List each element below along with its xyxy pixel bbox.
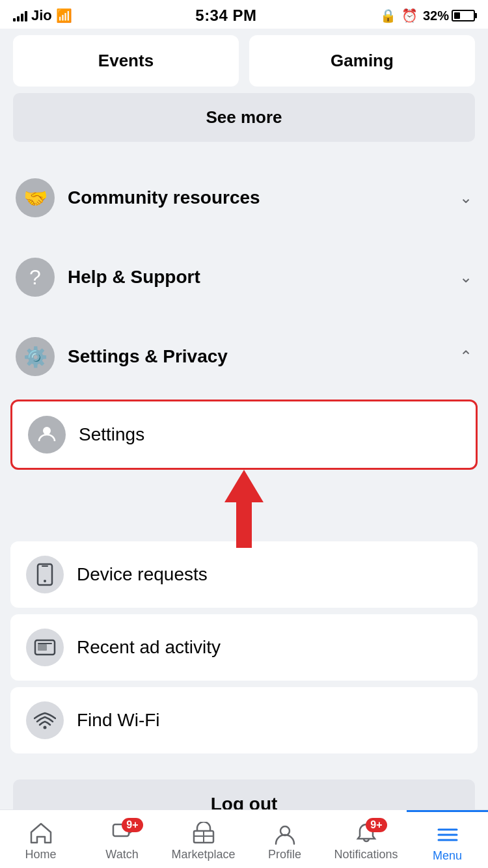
device-requests-icon — [26, 556, 64, 593]
nav-label-menu: Menu — [433, 849, 462, 863]
nav-label-home: Home — [25, 848, 56, 861]
settings-privacy-icon: ⚙️ — [16, 337, 55, 376]
recent-ad-icon — [26, 629, 64, 666]
nav-icon-wrap-watch: 9+ — [111, 822, 134, 845]
status-left: Jio 📶 — [13, 7, 72, 24]
home-icon — [29, 822, 53, 845]
carrier-label: Jio — [31, 7, 52, 24]
signal-bars — [13, 10, 27, 21]
notifications-badge: 9+ — [366, 818, 386, 832]
help-support-chevron-icon: ⌄ — [459, 268, 472, 286]
nav-label-marketplace: Marketplace — [171, 848, 235, 861]
red-up-arrow — [218, 470, 270, 548]
divider-2 — [0, 234, 488, 241]
events-card[interactable]: Events — [13, 35, 239, 87]
status-time: 5:34 PM — [195, 7, 256, 25]
svg-rect-6 — [38, 644, 47, 651]
watch-badge: 9+ — [122, 818, 142, 832]
nav-item-profile[interactable]: Profile — [244, 810, 325, 868]
settings-privacy-left: ⚙️ Settings & Privacy — [16, 337, 228, 376]
main-content: Events Gaming See more 🤝 Community resou… — [0, 29, 488, 868]
community-resources-chevron-icon: ⌄ — [459, 189, 472, 207]
nav-label-profile: Profile — [268, 848, 301, 861]
divider-1 — [0, 155, 488, 161]
settings-item-settings-label: Settings — [79, 424, 144, 445]
nav-item-marketplace[interactable]: Marketplace — [163, 810, 244, 868]
signal-bar-2 — [17, 16, 20, 21]
community-resources-section[interactable]: 🤝 Community resources ⌄ — [0, 161, 488, 234]
nav-item-home[interactable]: Home — [0, 810, 81, 868]
community-resources-left: 🤝 Community resources — [16, 178, 260, 217]
svg-point-4 — [44, 580, 46, 582]
help-support-section[interactable]: ? Help & Support ⌄ — [0, 241, 488, 314]
settings-item-device-requests[interactable]: Device requests — [10, 541, 478, 608]
nav-item-menu[interactable]: Menu — [407, 810, 488, 868]
status-right: 🔒 ⏰ 32% — [380, 8, 475, 23]
signal-bar-1 — [13, 18, 16, 21]
status-bar: Jio 📶 5:34 PM 🔒 ⏰ 32% — [0, 0, 488, 29]
bottom-navigation: Home 9+ Watch Marketplace — [0, 809, 488, 868]
svg-point-0 — [43, 427, 51, 435]
menu-icon — [436, 823, 459, 847]
alarm-icon: ⏰ — [401, 8, 418, 23]
help-support-icon: ? — [16, 258, 55, 297]
svg-point-8 — [44, 726, 47, 729]
settings-privacy-section[interactable]: ⚙️ Settings & Privacy ⌃ — [0, 320, 488, 393]
wifi-icon: 📶 — [56, 8, 72, 23]
help-support-left: ? Help & Support — [16, 258, 200, 297]
nav-icon-wrap-marketplace — [192, 822, 215, 845]
find-wifi-label: Find Wi-Fi — [77, 710, 160, 731]
device-requests-label: Device requests — [77, 564, 208, 585]
settings-item-recent-ad[interactable]: Recent ad activity — [10, 614, 478, 681]
nav-item-notifications[interactable]: 9+ Notifications — [325, 810, 407, 868]
battery-label: 32% — [423, 8, 449, 23]
help-support-label: Help & Support — [68, 267, 200, 288]
marketplace-icon — [192, 822, 215, 845]
see-more-button[interactable]: See more — [13, 93, 475, 142]
battery-container: 32% — [423, 8, 475, 23]
nav-icon-wrap-notifications: 9+ — [355, 822, 378, 845]
profile-icon — [273, 822, 297, 845]
arrow-annotation — [10, 470, 478, 548]
cards-row: Events Gaming — [0, 29, 488, 93]
signal-bar-3 — [21, 14, 23, 21]
settings-item-find-wifi[interactable]: Find Wi-Fi — [10, 687, 478, 753]
settings-item-settings-icon — [28, 416, 66, 454]
settings-expanded-panel: Settings Device requests — [0, 393, 488, 766]
nav-icon-wrap-home — [29, 822, 53, 845]
nav-label-watch: Watch — [105, 848, 138, 861]
nav-icon-wrap-menu — [436, 823, 459, 847]
svg-rect-7 — [38, 643, 52, 644]
svg-rect-3 — [42, 565, 48, 567]
nav-label-notifications: Notifications — [334, 848, 398, 861]
community-resources-icon: 🤝 — [16, 178, 55, 217]
divider-3 — [0, 314, 488, 320]
settings-item-settings[interactable]: Settings — [10, 400, 478, 470]
nav-item-watch[interactable]: 9+ Watch — [81, 810, 163, 868]
recent-ad-label: Recent ad activity — [77, 637, 221, 658]
signal-bar-4 — [25, 11, 27, 21]
nav-icon-wrap-profile — [273, 822, 297, 845]
find-wifi-icon — [26, 701, 64, 739]
lock-icon: 🔒 — [380, 8, 396, 23]
settings-privacy-label: Settings & Privacy — [68, 346, 228, 367]
battery-icon — [452, 10, 475, 21]
svg-marker-1 — [224, 470, 264, 548]
community-resources-label: Community resources — [68, 187, 260, 208]
gaming-card[interactable]: Gaming — [249, 35, 475, 87]
settings-privacy-chevron-icon: ⌃ — [459, 347, 472, 366]
battery-fill — [454, 12, 460, 19]
